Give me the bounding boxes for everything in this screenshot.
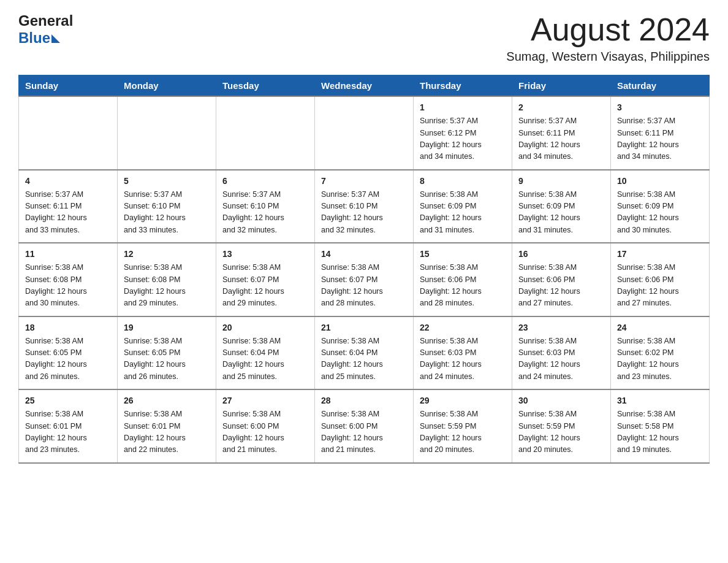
logo-general-text: General — [18, 12, 73, 29]
calendar-cell — [118, 96, 216, 170]
logo: General Blue — [18, 12, 73, 47]
day-number: 1 — [420, 101, 506, 114]
day-number: 26 — [124, 394, 210, 407]
calendar-cell: 25Sunrise: 5:38 AM Sunset: 6:01 PM Dayli… — [19, 389, 118, 463]
day-number: 25 — [25, 394, 111, 407]
day-number: 17 — [617, 248, 703, 261]
day-info: Sunrise: 5:38 AM Sunset: 6:01 PM Dayligh… — [25, 408, 111, 456]
day-info: Sunrise: 5:38 AM Sunset: 5:58 PM Dayligh… — [617, 408, 703, 456]
page-header: General Blue August 2024 Sumag, Western … — [18, 12, 710, 64]
calendar-cell: 28Sunrise: 5:38 AM Sunset: 6:00 PM Dayli… — [315, 389, 414, 463]
day-number: 31 — [617, 394, 703, 407]
weekday-header-tuesday: Tuesday — [216, 75, 315, 97]
day-info: Sunrise: 5:38 AM Sunset: 6:06 PM Dayligh… — [518, 262, 604, 310]
day-number: 27 — [222, 394, 308, 407]
calendar-cell: 9Sunrise: 5:38 AM Sunset: 6:09 PM Daylig… — [512, 170, 611, 243]
calendar-cell: 5Sunrise: 5:37 AM Sunset: 6:10 PM Daylig… — [118, 170, 216, 243]
calendar-cell — [216, 96, 315, 170]
day-info: Sunrise: 5:38 AM Sunset: 6:07 PM Dayligh… — [222, 262, 308, 310]
title-area: August 2024 Sumag, Western Visayas, Phil… — [506, 12, 710, 64]
day-number: 21 — [321, 321, 407, 334]
day-info: Sunrise: 5:38 AM Sunset: 6:09 PM Dayligh… — [617, 189, 703, 237]
day-number: 10 — [617, 175, 703, 188]
calendar-cell: 26Sunrise: 5:38 AM Sunset: 6:01 PM Dayli… — [118, 389, 216, 463]
day-info: Sunrise: 5:37 AM Sunset: 6:11 PM Dayligh… — [518, 115, 604, 163]
calendar-header-row: SundayMondayTuesdayWednesdayThursdayFrid… — [19, 75, 710, 97]
day-number: 7 — [321, 175, 407, 188]
day-info: Sunrise: 5:38 AM Sunset: 6:03 PM Dayligh… — [420, 335, 506, 383]
day-info: Sunrise: 5:38 AM Sunset: 5:59 PM Dayligh… — [518, 408, 604, 456]
weekday-header-saturday: Saturday — [611, 75, 710, 97]
day-number: 3 — [617, 101, 703, 114]
day-info: Sunrise: 5:38 AM Sunset: 6:01 PM Dayligh… — [124, 408, 210, 456]
day-number: 23 — [518, 321, 604, 334]
month-title: August 2024 — [506, 12, 710, 47]
day-number: 15 — [420, 248, 506, 261]
day-number: 24 — [617, 321, 703, 334]
calendar-cell: 11Sunrise: 5:38 AM Sunset: 6:08 PM Dayli… — [19, 243, 118, 316]
day-info: Sunrise: 5:38 AM Sunset: 6:00 PM Dayligh… — [321, 408, 407, 456]
calendar-cell: 31Sunrise: 5:38 AM Sunset: 5:58 PM Dayli… — [611, 389, 710, 463]
day-number: 18 — [25, 321, 111, 334]
calendar-cell: 29Sunrise: 5:38 AM Sunset: 5:59 PM Dayli… — [414, 389, 512, 463]
day-number: 16 — [518, 248, 604, 261]
day-number: 9 — [518, 175, 604, 188]
day-info: Sunrise: 5:38 AM Sunset: 6:05 PM Dayligh… — [25, 335, 111, 383]
day-info: Sunrise: 5:37 AM Sunset: 6:10 PM Dayligh… — [321, 189, 407, 237]
calendar-cell: 10Sunrise: 5:38 AM Sunset: 6:09 PM Dayli… — [611, 170, 710, 243]
calendar-cell: 24Sunrise: 5:38 AM Sunset: 6:02 PM Dayli… — [611, 316, 710, 390]
calendar-cell: 30Sunrise: 5:38 AM Sunset: 5:59 PM Dayli… — [512, 389, 611, 463]
day-info: Sunrise: 5:37 AM Sunset: 6:12 PM Dayligh… — [420, 115, 506, 163]
day-info: Sunrise: 5:37 AM Sunset: 6:10 PM Dayligh… — [222, 189, 308, 237]
day-info: Sunrise: 5:38 AM Sunset: 6:04 PM Dayligh… — [222, 335, 308, 383]
calendar-cell: 18Sunrise: 5:38 AM Sunset: 6:05 PM Dayli… — [19, 316, 118, 390]
day-number: 12 — [124, 248, 210, 261]
calendar-cell: 13Sunrise: 5:38 AM Sunset: 6:07 PM Dayli… — [216, 243, 315, 316]
day-info: Sunrise: 5:38 AM Sunset: 6:09 PM Dayligh… — [420, 189, 506, 237]
logo-blue-text: Blue — [18, 29, 50, 47]
calendar-week-row: 11Sunrise: 5:38 AM Sunset: 6:08 PM Dayli… — [19, 243, 710, 316]
day-info: Sunrise: 5:38 AM Sunset: 6:08 PM Dayligh… — [124, 262, 210, 310]
day-number: 6 — [222, 175, 308, 188]
calendar-cell: 14Sunrise: 5:38 AM Sunset: 6:07 PM Dayli… — [315, 243, 414, 316]
day-info: Sunrise: 5:37 AM Sunset: 6:11 PM Dayligh… — [25, 189, 111, 237]
day-info: Sunrise: 5:38 AM Sunset: 6:03 PM Dayligh… — [518, 335, 604, 383]
day-info: Sunrise: 5:38 AM Sunset: 6:02 PM Dayligh… — [617, 335, 703, 383]
calendar-cell: 23Sunrise: 5:38 AM Sunset: 6:03 PM Dayli… — [512, 316, 611, 390]
calendar-cell — [315, 96, 414, 170]
calendar-cell: 21Sunrise: 5:38 AM Sunset: 6:04 PM Dayli… — [315, 316, 414, 390]
calendar-cell: 19Sunrise: 5:38 AM Sunset: 6:05 PM Dayli… — [118, 316, 216, 390]
day-info: Sunrise: 5:38 AM Sunset: 6:08 PM Dayligh… — [25, 262, 111, 310]
calendar-cell: 16Sunrise: 5:38 AM Sunset: 6:06 PM Dayli… — [512, 243, 611, 316]
calendar-cell: 15Sunrise: 5:38 AM Sunset: 6:06 PM Dayli… — [414, 243, 512, 316]
day-number: 28 — [321, 394, 407, 407]
weekday-header-friday: Friday — [512, 75, 611, 97]
day-number: 22 — [420, 321, 506, 334]
calendar-cell: 4Sunrise: 5:37 AM Sunset: 6:11 PM Daylig… — [19, 170, 118, 243]
calendar-week-row: 1Sunrise: 5:37 AM Sunset: 6:12 PM Daylig… — [19, 96, 710, 170]
day-number: 5 — [124, 175, 210, 188]
day-number: 19 — [124, 321, 210, 334]
location-text: Sumag, Western Visayas, Philippines — [506, 50, 710, 64]
weekday-header-monday: Monday — [118, 75, 216, 97]
calendar-cell: 27Sunrise: 5:38 AM Sunset: 6:00 PM Dayli… — [216, 389, 315, 463]
calendar-cell: 8Sunrise: 5:38 AM Sunset: 6:09 PM Daylig… — [414, 170, 512, 243]
day-info: Sunrise: 5:38 AM Sunset: 5:59 PM Dayligh… — [420, 408, 506, 456]
day-info: Sunrise: 5:37 AM Sunset: 6:10 PM Dayligh… — [124, 189, 210, 237]
day-info: Sunrise: 5:38 AM Sunset: 6:04 PM Dayligh… — [321, 335, 407, 383]
day-info: Sunrise: 5:38 AM Sunset: 6:07 PM Dayligh… — [321, 262, 407, 310]
day-info: Sunrise: 5:38 AM Sunset: 6:06 PM Dayligh… — [617, 262, 703, 310]
calendar-cell: 17Sunrise: 5:38 AM Sunset: 6:06 PM Dayli… — [611, 243, 710, 316]
calendar-cell: 12Sunrise: 5:38 AM Sunset: 6:08 PM Dayli… — [118, 243, 216, 316]
weekday-header-wednesday: Wednesday — [315, 75, 414, 97]
day-number: 14 — [321, 248, 407, 261]
day-number: 11 — [25, 248, 111, 261]
calendar-cell: 1Sunrise: 5:37 AM Sunset: 6:12 PM Daylig… — [414, 96, 512, 170]
calendar-cell: 20Sunrise: 5:38 AM Sunset: 6:04 PM Dayli… — [216, 316, 315, 390]
day-number: 29 — [420, 394, 506, 407]
day-info: Sunrise: 5:37 AM Sunset: 6:11 PM Dayligh… — [617, 115, 703, 163]
calendar-table: SundayMondayTuesdayWednesdayThursdayFrid… — [18, 75, 710, 464]
calendar-week-row: 4Sunrise: 5:37 AM Sunset: 6:11 PM Daylig… — [19, 170, 710, 243]
day-number: 4 — [25, 175, 111, 188]
day-number: 13 — [222, 248, 308, 261]
